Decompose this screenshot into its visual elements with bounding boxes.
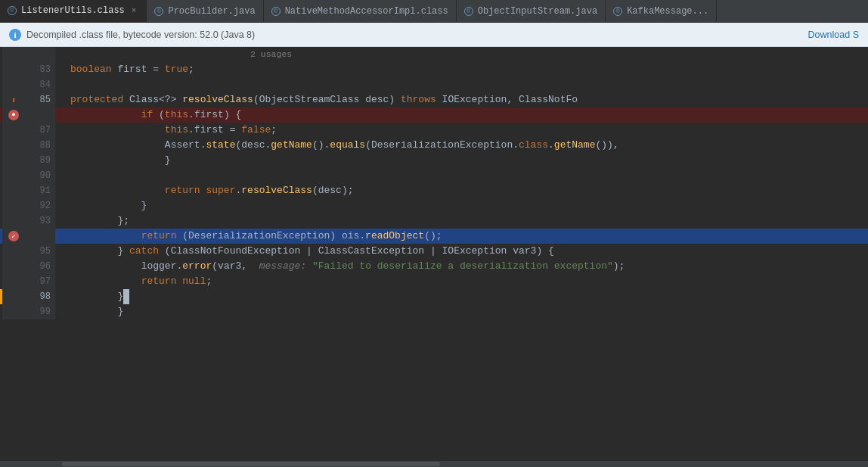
gutter-86: ● [2, 107, 25, 123]
linenum-84: 84 [25, 77, 55, 92]
fold-92 [55, 198, 67, 213]
code-84 [67, 77, 868, 92]
check-icon-94: ✓ [11, 232, 15, 241]
code-92: } [67, 198, 868, 213]
gutter-usages [2, 47, 25, 62]
gutter-83 [2, 62, 25, 77]
info-bar: i Decompiled .class file, bytecode versi… [0, 23, 868, 47]
fold-91 [55, 183, 67, 198]
gutter-87 [2, 123, 25, 138]
gutter-95 [2, 244, 25, 259]
tab-procbuilder[interactable]: © ProcBuilder.java [147, 0, 263, 22]
linenum-92: 92 [25, 198, 55, 213]
linenum-95: 95 [25, 244, 55, 259]
gutter-94: ✓ [2, 229, 25, 244]
linenum-91: 91 [25, 183, 55, 198]
linenum-97: 97 [25, 274, 55, 289]
linenum-96: 96 [25, 259, 55, 274]
fold-87 [55, 123, 67, 138]
gutter-99 [2, 304, 25, 319]
tab-close-1[interactable]: × [129, 5, 139, 16]
fold-89 [55, 153, 67, 168]
linenum-90: 90 [25, 168, 55, 183]
code-94: return (DeserializationException) ois.re… [67, 229, 868, 244]
line-86: ● if (this.first) { [0, 107, 868, 123]
code-86: if (this.first) { [67, 107, 868, 123]
tab-label-1: ListenerUtils.class [21, 5, 125, 16]
code-usages: 2 usages [67, 47, 868, 62]
annotation-85: ⬆ [11, 95, 17, 105]
linenum-89: 89 [25, 153, 55, 168]
linenum-85: 85 [25, 92, 55, 107]
gutter-93 [2, 213, 25, 229]
code-89: } [67, 153, 868, 168]
code-83: boolean first = true; [67, 62, 868, 77]
tab-nativemethodaccessor[interactable]: © NativeMethodAccessorImpl.class [264, 0, 457, 22]
tab-icon-3: © [271, 7, 281, 16]
info-icon: i [9, 29, 21, 41]
tab-label-2: ProcBuilder.java [168, 6, 255, 17]
line-98: 98 } [0, 289, 868, 304]
tab-label-4: ObjectInputStream.java [478, 6, 597, 17]
gutter-85: ⬆ [2, 92, 25, 107]
gutter-98 [2, 289, 25, 304]
gutter-90 [2, 168, 25, 183]
code-99: } [67, 304, 868, 319]
fold-93 [55, 213, 67, 229]
gutter-91 [2, 183, 25, 198]
code-97: return null; [67, 274, 868, 289]
code-96: logger.error(var3, message: "Failed to d… [67, 259, 868, 274]
line-99: 99 } [0, 304, 868, 319]
fold-98 [55, 289, 67, 304]
tab-bar: © ListenerUtils.class × © ProcBuilder.ja… [0, 0, 868, 23]
scrollbar-thumb[interactable] [62, 462, 440, 466]
linenum-93: 93 [25, 213, 55, 229]
fold-83 [55, 62, 67, 77]
code-87: this.first = false; [67, 123, 868, 138]
linenum-98: 98 [25, 289, 55, 304]
line-94: ✓ return (DeserializationException) ois.… [0, 229, 868, 244]
line-84: 84 [0, 77, 868, 92]
tab-kafka[interactable]: © KafkaMessage... [606, 0, 717, 22]
code-95: } catch (ClassNotFoundException | ClassC… [67, 244, 868, 259]
tab-objectinputstream[interactable]: © ObjectInputStream.java [457, 0, 606, 22]
linenum-94 [25, 229, 55, 244]
tab-icon-5: © [613, 7, 622, 16]
lines-container: 2 usages 83 boolean first = true; 84 ⬆ 8… [0, 47, 868, 467]
code-98: } [67, 289, 868, 304]
fold-usages [55, 47, 67, 62]
gutter-97 [2, 274, 25, 289]
fold-88 [55, 138, 67, 153]
gutter-88 [2, 138, 25, 153]
info-message: Decompiled .class file, bytecode version… [26, 30, 255, 40]
scrollbar-horizontal[interactable] [0, 461, 868, 467]
gutter-89 [2, 153, 25, 168]
gutter-92 [2, 198, 25, 213]
line-88: 88 Assert.state(desc.getName().equals(De… [0, 138, 868, 153]
download-link[interactable]: Download S [808, 30, 859, 40]
tab-listenerutils[interactable]: © ListenerUtils.class × [0, 0, 147, 22]
line-85: ⬆ 85 protected Class<?> resolveClass(Obj… [0, 92, 868, 107]
error-indicator-86: ● [8, 110, 19, 120]
line-95: 95 } catch (ClassNotFoundException | Cla… [0, 244, 868, 259]
line-87: 87 this.first = false; [0, 123, 868, 138]
code-85: protected Class<?> resolveClass(ObjectSt… [67, 92, 868, 107]
tab-label-3: NativeMethodAccessorImpl.class [285, 6, 448, 17]
gutter-84 [2, 77, 25, 92]
editor: 2 usages 83 boolean first = true; 84 ⬆ 8… [0, 47, 868, 467]
linenum-86 [25, 107, 55, 123]
tab-icon-4: © [464, 7, 473, 16]
line-83: 83 boolean first = true; [0, 62, 868, 77]
fold-84 [55, 77, 67, 92]
code-88: Assert.state(desc.getName().equals(Deser… [67, 138, 868, 153]
usages-line: 2 usages [0, 47, 868, 62]
error-check-94: ✓ [8, 231, 19, 241]
line-96: 96 logger.error(var3, message: "Failed t… [0, 259, 868, 274]
linenum-83: 83 [25, 62, 55, 77]
linenum-usages [25, 47, 55, 62]
line-97: 97 return null; [0, 274, 868, 289]
tab-icon-1: © [8, 6, 17, 15]
gutter-96 [2, 259, 25, 274]
fold-95 [55, 244, 67, 259]
line-91: 91 return super.resolveClass(desc); [0, 183, 868, 198]
